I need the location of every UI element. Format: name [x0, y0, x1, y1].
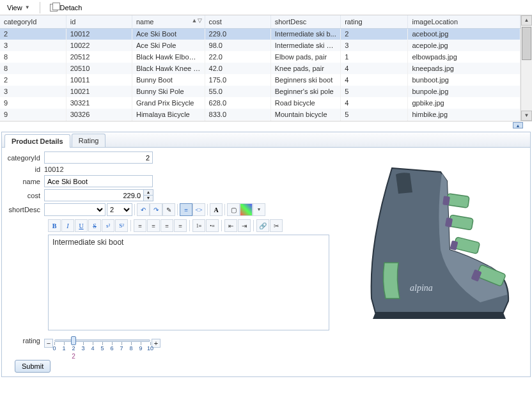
shortDesc-editor[interactable]: Intermediate ski boot — [48, 235, 329, 330]
cell-cost: 25.0 — [205, 120, 270, 121]
eraser-icon[interactable]: ✎ — [162, 203, 175, 216]
detach-button[interactable]: Detach — [45, 2, 87, 13]
font-size-select[interactable]: 2 — [107, 203, 132, 216]
redo-icon[interactable]: ↷ — [150, 203, 162, 216]
link-icon[interactable]: 🔗 — [256, 219, 269, 232]
table-row[interactable]: 310021Bunny Ski Pole55.0Beginner's ski p… — [0, 86, 520, 97]
slider-decrement[interactable]: − — [44, 339, 53, 348]
spin-up-icon[interactable]: ▲ — [144, 190, 153, 196]
cell-cost: 42.0 — [205, 63, 270, 74]
table-row[interactable]: 820510Black Hawk Knee P...42.0Knee pads,… — [0, 63, 520, 74]
table-row[interactable]: 930321Grand Prix Bicycle628.0Road bicycl… — [0, 97, 520, 109]
cell-shortDesc: Beginner's ski pole — [270, 86, 340, 97]
tick-label: 2 — [72, 345, 75, 352]
font-family-select[interactable] — [44, 203, 106, 216]
rating-slider[interactable]: 0123456789102 — [54, 336, 150, 351]
col-header-shortDesc[interactable]: shortDesc — [270, 15, 340, 28]
tab-product-details[interactable]: Product Details — [4, 134, 70, 148]
strikethrough-icon[interactable]: S — [88, 219, 101, 232]
scroll-up-icon[interactable]: ▲ — [521, 15, 532, 26]
tick-label: 10 — [147, 345, 153, 352]
tick-label: 7 — [120, 345, 123, 352]
cell-imageLocation: kneepads.jpg — [408, 63, 520, 74]
svg-rect-0 — [446, 194, 469, 208]
col-header-imageLocation[interactable]: imageLocation — [408, 15, 520, 28]
cell-imageLocation: gpbike.jpg — [408, 97, 520, 109]
table-toolbar: View▼ Detach — [0, 0, 532, 15]
cost-field[interactable] — [44, 189, 144, 201]
mode-source-icon[interactable]: <> — [192, 203, 205, 216]
name-field[interactable] — [44, 175, 153, 187]
col-header-id[interactable]: id — [66, 15, 132, 28]
col-header-cost[interactable]: cost — [205, 15, 270, 28]
cell-name: Junior Soccer Ball — [132, 120, 205, 121]
table-row[interactable]: 930326Himalaya Bicycle833.0Mountain bicy… — [0, 109, 520, 120]
table-row[interactable]: 310022Ace Ski Pole98.0Intermediate ski p… — [0, 40, 520, 51]
outdent-icon[interactable]: ⇤ — [224, 219, 237, 232]
rte-toolbar-row2: B I U S s² S² ≡ ≡ ≡ ≡ 1≡ •≡ ⇤ ⇥ 🔗 ✂ — [6, 218, 300, 235]
spin-down-icon[interactable]: ▼ — [144, 196, 153, 201]
cell-shortDesc: Knee pads, pair — [270, 63, 340, 74]
cell-shortDesc: Elbow pads, pair — [270, 51, 340, 63]
italic-icon[interactable]: I — [61, 219, 74, 232]
table-vertical-scrollbar[interactable]: ▲ ▼ — [520, 15, 532, 121]
cell-id: 10021 — [66, 86, 132, 97]
dropdown-icon[interactable]: ▼ — [253, 203, 265, 216]
cell-imageLocation: bunpole.jpg — [408, 86, 520, 97]
scroll-down-icon[interactable]: ▼ — [521, 111, 532, 121]
table-row[interactable]: 210011Bunny Boot175.0Beginners ski boot4… — [0, 74, 520, 86]
cell-rating: 5 — [341, 109, 408, 120]
sort-icon: ▲▽ — [192, 17, 202, 24]
collapse-up-icon[interactable]: ▲ — [513, 122, 523, 128]
cell-name: Grand Prix Bicycle — [132, 97, 205, 109]
table-row[interactable]: 820512Black Hawk Elbow ...22.0Elbow pads… — [0, 51, 520, 63]
col-header-categoryId[interactable]: categoryId — [0, 15, 66, 28]
unlink-icon[interactable]: ✂ — [270, 219, 283, 232]
align-justify-icon[interactable]: ≡ — [174, 219, 187, 232]
toolbar-separator — [40, 2, 40, 13]
submit-button[interactable]: Submit — [15, 360, 51, 373]
cell-categoryId: 3 — [0, 86, 66, 97]
table-row[interactable]: 420106Junior Soccer Ball25.0Junior socce… — [0, 120, 520, 121]
cell-id: 20512 — [66, 51, 132, 63]
categoryId-field[interactable] — [44, 151, 153, 164]
cell-id: 20106 — [66, 120, 132, 121]
cell-cost: 98.0 — [205, 40, 270, 51]
align-left-icon[interactable]: ≡ — [134, 219, 146, 232]
bg-color-icon[interactable] — [240, 203, 253, 216]
bg-color-none-icon[interactable]: ▢ — [227, 203, 240, 216]
tick-label: 3 — [81, 345, 84, 352]
cost-spinner[interactable]: ▲▼ — [144, 189, 153, 201]
cell-shortDesc: Junior soccer ball — [270, 120, 340, 121]
bold-icon[interactable]: B — [48, 219, 61, 232]
view-menu-button[interactable]: View▼ — [3, 2, 35, 13]
table-row[interactable]: 210012Ace Ski Boot229.0Intermediate ski … — [0, 28, 520, 40]
col-header-rating[interactable]: rating — [341, 15, 408, 28]
cell-categoryId: 4 — [0, 120, 66, 121]
underline-icon[interactable]: U — [75, 219, 88, 232]
cell-rating: 5 — [341, 86, 408, 97]
list-ordered-icon[interactable]: 1≡ — [192, 219, 205, 232]
subscript-icon[interactable]: s² — [102, 219, 114, 232]
cell-rating: 1 — [341, 51, 408, 63]
font-color-icon[interactable]: A — [210, 203, 223, 216]
cell-rating: 3 — [341, 120, 408, 121]
tab-rating[interactable]: Rating — [72, 134, 106, 147]
cell-imageLocation: bunboot.jpg — [408, 74, 520, 86]
slider-thumb[interactable] — [71, 336, 76, 345]
product-details-panel: Product Details Rating categoryId id1001… — [1, 132, 531, 377]
scroll-thumb[interactable] — [522, 27, 531, 60]
col-header-name[interactable]: name▲▽ — [132, 15, 205, 28]
mode-rich-icon[interactable]: ≡ — [180, 203, 192, 216]
align-center-icon[interactable]: ≡ — [147, 219, 160, 232]
cell-imageLocation: jrsoccerball.jpg — [408, 120, 520, 121]
align-right-icon[interactable]: ≡ — [160, 219, 173, 232]
cell-categoryId: 8 — [0, 51, 66, 63]
label-categoryId: categoryId — [6, 154, 44, 162]
indent-icon[interactable]: ⇥ — [238, 219, 251, 232]
superscript-icon[interactable]: S² — [115, 219, 128, 232]
svg-rect-1 — [449, 215, 474, 230]
undo-icon[interactable]: ↶ — [137, 203, 150, 216]
list-unordered-icon[interactable]: •≡ — [206, 219, 219, 232]
cell-name: Ace Ski Pole — [132, 40, 205, 51]
